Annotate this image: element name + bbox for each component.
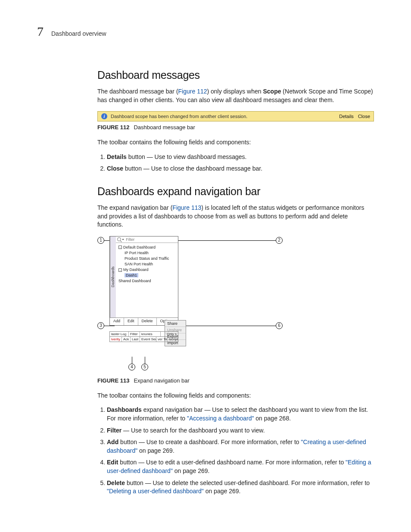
tree-node-dash1-selected[interactable]: Dash1 — [125, 273, 138, 277]
collapse-icon[interactable]: - — [118, 246, 122, 249]
filter-row: • — [116, 236, 178, 243]
strip-cell: iverity — [110, 337, 122, 342]
text: on page 269. — [173, 467, 210, 474]
dashboard-tree[interactable]: -Default Dashboard IP Port Health Produc… — [116, 243, 178, 316]
strip-cell: Last — [131, 337, 140, 342]
figure-113: 1 2 3 6 4 5 Dashboards • — [97, 236, 283, 363]
list-item: Details button — Use to view dashboard m… — [107, 153, 374, 162]
tree-node-ip-port-health[interactable]: IP Port Health — [125, 250, 176, 256]
strip-cell: Filter — [129, 332, 140, 336]
filter-bullet: • — [122, 237, 124, 242]
text: — Use to search for the dashboard you wa… — [121, 427, 265, 434]
options-share[interactable]: Share — [165, 320, 186, 327]
text-bold: Dashboards — [107, 406, 142, 413]
expand-nav-panel: Dashboards • -Default Dashboard IP Port … — [109, 236, 272, 349]
text-bold: Close — [107, 165, 123, 172]
text-bold: Details — [107, 153, 127, 160]
figure-title: Expand navigation bar — [134, 377, 189, 384]
heading-expand-nav-bar: Dashboards expand navigation bar — [97, 185, 374, 198]
strip-cell: Ack — [122, 337, 131, 342]
strip-cell: ver Tim — [156, 337, 168, 342]
tree-node-my-dashboard[interactable]: My Dashboard — [123, 268, 149, 272]
deleting-dashboard-link[interactable]: "Deleting a user-defined dashboard" — [107, 488, 204, 495]
message-text: Dashboard scope has been changed from an… — [111, 114, 336, 119]
para-expand-nav-intro: The expand navigation bar (Figure 113) i… — [97, 204, 374, 229]
text: button — Use to close the dashboard mess… — [123, 165, 262, 172]
figure-112: i Dashboard scope has been changed from … — [97, 111, 374, 121]
list-item: Close button — Use to close the dashboar… — [107, 165, 374, 173]
text: on page 269. — [137, 447, 174, 454]
figure-number: FIGURE 112 — [97, 124, 129, 131]
callout-5: 5 — [141, 364, 148, 370]
fields-list-1: Details button — Use to view dashboard m… — [107, 153, 374, 173]
text: ) only displays when — [207, 88, 263, 95]
text: button — Use to view dashboard messages. — [127, 153, 247, 160]
tree-node-shared-dashboard[interactable]: Shared Dashboard — [118, 278, 176, 284]
callout-1: 1 — [97, 237, 104, 244]
search-icon — [117, 237, 121, 241]
text-bold-scope: Scope — [263, 88, 281, 95]
toolbar-fields-intro-2: The toolbar contains the following field… — [97, 392, 374, 400]
strip-cell: laster Log — [110, 332, 129, 336]
content-column: Dashboard messages The dashboard message… — [97, 69, 374, 496]
callout-2: 2 — [276, 237, 283, 244]
figure-113-link[interactable]: Figure 113 — [172, 204, 201, 211]
figure-112-link[interactable]: Figure 112 — [178, 88, 207, 95]
text: button — Use to edit a user-defined dash… — [118, 459, 346, 466]
text: The dashboard message bar ( — [97, 88, 178, 95]
para-dashboard-messages-intro: The dashboard message bar (Figure 112) o… — [97, 87, 374, 104]
text-bold: Filter — [107, 427, 121, 434]
tree-node-default-dashboard[interactable]: Default Dashboard — [123, 245, 156, 249]
edit-button[interactable]: Edit — [124, 318, 138, 325]
details-button[interactable]: Details — [339, 114, 354, 119]
text: on page 268. — [254, 415, 291, 422]
list-item: Add button — Use to create a dashboard. … — [107, 438, 374, 455]
text-bold: Add — [107, 439, 118, 445]
page: 7 Dashboard overview Dashboard messages … — [0, 0, 411, 532]
heading-dashboard-messages: Dashboard messages — [97, 69, 374, 81]
list-item: Delete button — Use to delete the select… — [107, 479, 374, 496]
chapter-number: 7 — [37, 24, 44, 39]
callout-3: 3 — [97, 322, 104, 329]
filter-input[interactable] — [125, 237, 177, 242]
info-icon: i — [101, 113, 107, 119]
strip-cell: knones — [140, 332, 161, 336]
tree-node-san-port-health[interactable]: SAN Port Health — [125, 261, 176, 267]
text: The expand navigation bar ( — [97, 204, 172, 211]
running-header: 7 Dashboard overview — [37, 24, 374, 39]
text: button — Use to delete the selected user… — [125, 479, 370, 486]
add-button[interactable]: Add — [110, 318, 124, 325]
figure-title: Dashboard message bar — [134, 124, 195, 131]
list-item: Filter — Use to search for the dashboard… — [107, 426, 374, 435]
list-item: Dashboards expand navigation bar — Use t… — [107, 406, 374, 423]
dashboards-tab[interactable]: Dashboards — [110, 236, 116, 317]
dashboard-message-bar: i Dashboard scope has been changed from … — [97, 111, 374, 121]
text: on page 269. — [204, 488, 241, 495]
tree-node-product-status[interactable]: Product Status and Traffic — [125, 256, 176, 261]
figure-number: FIGURE 113 — [97, 377, 129, 384]
text-bold: Edit — [107, 459, 118, 466]
delete-button[interactable]: Delete — [138, 318, 157, 325]
accessing-dashboard-link[interactable]: "Accessing a dashboard" — [187, 415, 254, 422]
callout-6: 6 — [276, 322, 283, 329]
collapse-icon[interactable]: - — [118, 268, 122, 272]
strip-cell: iscriptic — [168, 337, 178, 342]
list-item: Edit button — Use to edit a user-defined… — [107, 458, 374, 475]
figure-113-caption: FIGURE 113Expand navigation bar — [97, 377, 374, 384]
background-strips: laster Log Filter knones Only s iverity … — [109, 331, 178, 342]
fields-list-2: Dashboards expand navigation bar — Use t… — [107, 406, 374, 495]
figure-112-caption: FIGURE 112Dashboard message bar — [97, 124, 374, 131]
text: button — Use to create a dashboard. For … — [118, 439, 301, 445]
strip-cell: Only s — [161, 332, 178, 336]
strip-cell: Event Ser — [140, 337, 156, 342]
text-bold: Delete — [107, 479, 125, 486]
callout-4: 4 — [128, 364, 135, 370]
toolbar-fields-intro-1: The toolbar contains the following field… — [97, 138, 374, 147]
close-button[interactable]: Close — [358, 114, 370, 119]
running-title: Dashboard overview — [51, 30, 106, 37]
